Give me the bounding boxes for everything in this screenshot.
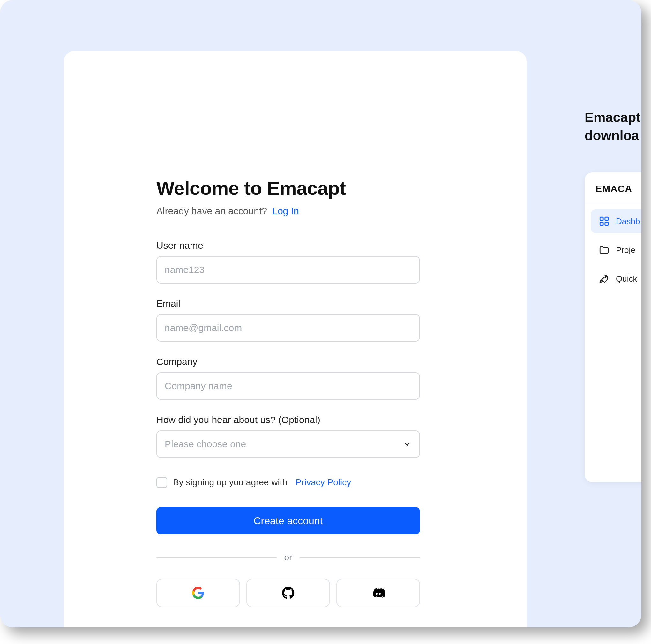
heard-label: How did you hear about us? (Optional) [156, 414, 434, 425]
nav-quick-label: Quick [616, 274, 637, 284]
consent-checkbox[interactable] [156, 477, 167, 488]
nav-dashboard-label: Dashb [616, 216, 640, 226]
email-group: Email [156, 298, 434, 342]
preview-card: EMACA Dashb Proje Quick [585, 172, 642, 482]
divider-line [156, 557, 277, 558]
aside-title: Emacapt downloa [585, 109, 641, 145]
username-label: User name [156, 240, 434, 251]
email-input[interactable] [156, 314, 420, 342]
divider-line [300, 557, 420, 558]
login-link[interactable]: Log In [272, 206, 299, 216]
github-icon [282, 587, 294, 599]
heard-placeholder: Please choose one [165, 439, 246, 449]
email-label: Email [156, 298, 434, 309]
nav-quick[interactable]: Quick [591, 267, 642, 291]
preview-brand: EMACA [585, 183, 642, 204]
username-input[interactable] [156, 256, 420, 284]
signup-card: Welcome to Emacapt Already have an accou… [64, 51, 527, 627]
create-account-button[interactable]: Create account [156, 507, 420, 534]
company-label: Company [156, 356, 434, 367]
divider: or [156, 552, 420, 563]
divider-text: or [284, 552, 292, 563]
heard-select[interactable]: Please choose one [156, 430, 420, 458]
svg-rect-3 [605, 222, 608, 226]
app-background: Welcome to Emacapt Already have an accou… [0, 0, 642, 627]
nav-projects[interactable]: Proje [591, 238, 642, 262]
page-title: Welcome to Emacapt [156, 177, 434, 199]
github-signin-button[interactable] [246, 579, 330, 607]
social-buttons [156, 579, 420, 607]
google-icon [192, 587, 205, 599]
consent-row: By signing up you agree with Privacy Pol… [156, 477, 434, 488]
svg-point-4 [605, 277, 606, 278]
chevron-down-icon [403, 440, 412, 448]
folder-icon [599, 244, 610, 256]
svg-rect-2 [600, 222, 603, 226]
login-prompt: Already have an account? Log In [156, 206, 434, 216]
grid-icon [599, 216, 610, 227]
username-group: User name [156, 240, 434, 284]
google-signin-button[interactable] [156, 579, 240, 607]
consent-text: By signing up you agree with [173, 477, 287, 488]
heard-group: How did you hear about us? (Optional) Pl… [156, 414, 434, 458]
nav-projects-label: Proje [616, 245, 636, 255]
svg-rect-0 [600, 217, 603, 220]
already-text: Already have an account? [156, 206, 267, 216]
discord-signin-button[interactable] [336, 579, 420, 607]
privacy-policy-link[interactable]: Privacy Policy [296, 477, 351, 488]
discord-icon [372, 587, 384, 599]
svg-rect-1 [605, 217, 608, 220]
rocket-icon [599, 273, 610, 284]
company-group: Company [156, 356, 434, 400]
nav-dashboard[interactable]: Dashb [591, 209, 642, 233]
company-input[interactable] [156, 372, 420, 400]
